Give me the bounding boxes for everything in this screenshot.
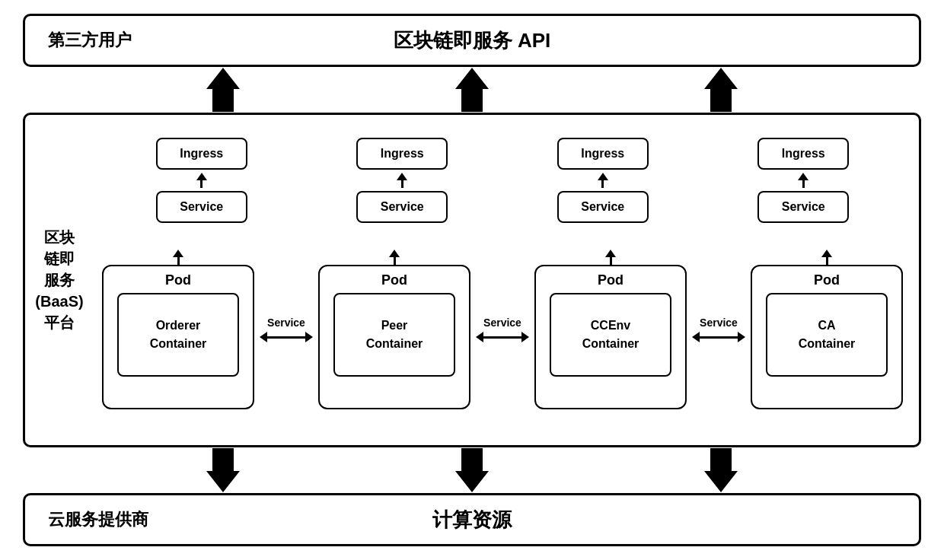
- top-arrows-row: [23, 67, 921, 113]
- arrow-shaft: [483, 336, 521, 339]
- main-area: 区块链即服务(BaaS)平台 Ingress Service: [23, 113, 921, 447]
- diagram-wrapper: 第三方用户 区块链即服务 API 区块链即服务(BaaS)平台: [23, 14, 921, 546]
- arrow-shaft: [267, 336, 305, 339]
- arrow-head-icon: [173, 250, 183, 257]
- service-connector-2: Service: [472, 317, 533, 342]
- arrow-shaft: [826, 257, 828, 265]
- ingress-service-row: Ingress Service Ingress: [94, 124, 911, 223]
- bidirectional-arrow-2: [476, 332, 529, 342]
- service-box-2: Service: [356, 191, 448, 223]
- service-to-ingress-arrow-3: [598, 173, 608, 188]
- pod-box-1: Pod OrdererContainer: [102, 265, 254, 409]
- service-box-4: Service: [757, 191, 849, 223]
- service-to-ingress-arrow-4: [798, 173, 808, 188]
- service-connector-label-1: Service: [267, 317, 305, 329]
- arrow-shaft: [802, 180, 805, 188]
- top-bar: 第三方用户 区块链即服务 API: [23, 14, 921, 67]
- ingress-service-col-4: Ingress Service: [754, 138, 853, 223]
- top-bar-left-label: 第三方用户: [48, 29, 132, 52]
- main-left-label: 区块链即服务(BaaS)平台: [25, 115, 94, 445]
- ingress-service-col-1: Ingress Service: [152, 138, 251, 223]
- arrow-shaft: [461, 89, 483, 112]
- arrow-shaft: [177, 257, 180, 265]
- pod-label-3: Pod: [598, 272, 623, 288]
- right-arrow-icon: [305, 332, 313, 342]
- arrow-head-icon: [598, 173, 608, 180]
- arrow-head-icon: [206, 471, 240, 492]
- arrow-head-icon: [704, 68, 738, 89]
- right-arrow-icon: [738, 332, 745, 342]
- baas-label: 区块链即服务(BaaS)平台: [35, 227, 83, 333]
- right-arrow-icon: [521, 332, 529, 342]
- service-box-1: Service: [156, 191, 247, 223]
- arrow-head-icon: [389, 250, 400, 257]
- arrow-head-icon: [821, 250, 832, 257]
- arrow-shaft: [212, 89, 234, 112]
- pod-label-4: Pod: [814, 272, 840, 288]
- arrow-shaft: [610, 257, 612, 265]
- pod-box-3: Pod CCEnvContainer: [534, 265, 687, 409]
- container-box-4: CAContainer: [766, 293, 888, 377]
- pod3-to-service-arrow: [605, 250, 616, 265]
- left-arrow-icon: [260, 332, 267, 342]
- arrow-head-icon: [397, 173, 407, 180]
- ingress-service-col-3: Ingress Service: [553, 138, 652, 223]
- left-arrow-icon: [692, 332, 700, 342]
- ingress-box-4: Ingress: [757, 138, 849, 170]
- ingress-box-2: Ingress: [356, 138, 448, 170]
- top-arrow-1: [206, 68, 240, 112]
- arrow-head-icon: [196, 173, 207, 180]
- service-to-ingress-arrow-2: [397, 173, 407, 188]
- container-box-1: OrdererContainer: [117, 293, 239, 377]
- arrow-shaft: [401, 180, 403, 188]
- bottom-arrows-row: [23, 447, 921, 493]
- top-arrow-3: [704, 68, 738, 112]
- bottom-bar-center-label: 计算资源: [432, 507, 512, 533]
- top-arrow-2: [455, 68, 489, 112]
- container-label-4: CAContainer: [799, 317, 856, 353]
- pod4-to-service-arrow: [821, 250, 832, 265]
- bidirectional-arrow-1: [260, 332, 313, 342]
- container-box-2: PeerContainer: [333, 293, 455, 377]
- bottom-arrow-1: [206, 448, 240, 492]
- pod1-to-service-arrow: [173, 250, 183, 265]
- arrow-shaft: [700, 336, 738, 339]
- bidirectional-arrow-3: [692, 332, 745, 342]
- service-connector-1: Service: [256, 317, 317, 342]
- bottom-arrow-3: [704, 448, 738, 492]
- bottom-arrow-2: [455, 448, 489, 492]
- arrow-shaft: [394, 257, 396, 265]
- arrow-head-icon: [704, 471, 738, 492]
- pod2-to-service-arrow: [389, 250, 400, 265]
- service-connector-label-3: Service: [700, 317, 738, 329]
- arrow-head-icon: [798, 173, 808, 180]
- ingress-service-col-2: Ingress Service: [352, 138, 451, 223]
- arrow-head-icon: [206, 68, 240, 89]
- top-bar-center-label: 区块链即服务 API: [394, 27, 551, 54]
- arrow-shaft: [710, 448, 732, 471]
- arrow-head-icon: [605, 250, 616, 257]
- pod-label-1: Pod: [165, 272, 191, 288]
- container-label-1: OrdererContainer: [150, 317, 207, 353]
- service-connector-3: Service: [688, 317, 749, 342]
- pod-label-2: Pod: [381, 272, 407, 288]
- arrow-shaft: [461, 448, 483, 471]
- arrow-shaft: [212, 448, 234, 471]
- service-box-3: Service: [557, 191, 649, 223]
- container-label-2: PeerContainer: [366, 317, 423, 353]
- bottom-bar-left-label: 云服务提供商: [48, 508, 148, 531]
- arrow-shaft: [710, 89, 732, 112]
- left-arrow-icon: [476, 332, 483, 342]
- arrow-shaft: [200, 180, 203, 188]
- container-box-3: CCEnvContainer: [550, 293, 671, 377]
- bottom-bar: 云服务提供商 计算资源: [23, 493, 921, 546]
- container-label-3: CCEnvContainer: [582, 317, 639, 353]
- arrow-head-icon: [455, 68, 489, 89]
- pod-row: Pod OrdererContainer Service: [94, 223, 911, 436]
- pod-box-4: Pod CAContainer: [751, 265, 903, 409]
- ingress-box-1: Ingress: [156, 138, 247, 170]
- main-content: Ingress Service Ingress: [94, 115, 919, 445]
- pod-box-2: Pod PeerContainer: [318, 265, 470, 409]
- arrow-head-icon: [455, 471, 489, 492]
- arrow-shaft: [601, 180, 604, 188]
